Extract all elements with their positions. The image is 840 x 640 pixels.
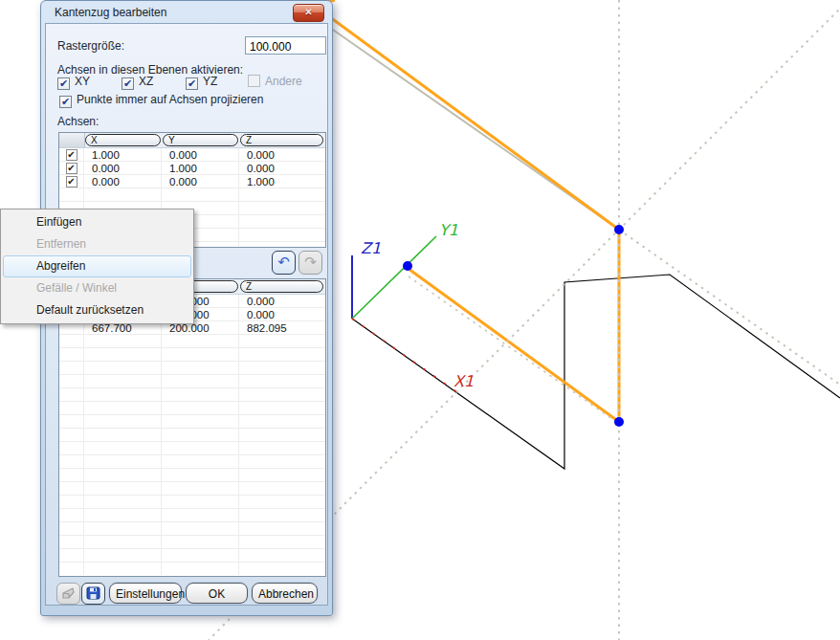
checkbox-xz-box[interactable]: ✔ — [122, 77, 134, 90]
checkbox-xz[interactable]: ✔XZ — [122, 75, 153, 90]
ok-button[interactable]: OK — [186, 583, 248, 604]
column-header-z[interactable]: Z — [240, 134, 323, 146]
checkbox-andere: Andere — [248, 75, 302, 88]
checkbox-project[interactable]: ✔Punkte immer auf Achsen projizieren — [59, 93, 263, 108]
column-header-z[interactable]: Z — [240, 280, 323, 293]
checkbox-andere-box — [248, 75, 260, 87]
abbrechen-button[interactable]: Abbrechen — [252, 583, 318, 604]
axes-table-header: X Y Z — [59, 133, 325, 148]
undo-button[interactable]: ↶ — [272, 251, 296, 275]
vertex-point-1[interactable] — [614, 225, 624, 234]
menu-item-default-zuruecksetzen[interactable]: Default zurücksetzen — [3, 299, 191, 321]
dialog-title: Kantenzug bearbeiten — [45, 1, 328, 24]
table-corner-cell — [59, 133, 85, 147]
menu-item-einfuegen[interactable]: Einfügen — [3, 211, 191, 233]
menu-item-gefaelle-winkel: Gefälle / Winkel — [3, 277, 191, 299]
column-header-x[interactable]: X — [85, 134, 161, 146]
vertex-point-2[interactable] — [614, 417, 624, 427]
pick-tool-button — [56, 583, 80, 605]
highlighted-edge-3[interactable] — [409, 269, 619, 422]
raster-input[interactable] — [245, 36, 326, 55]
column-header-y[interactable]: Y — [163, 134, 238, 146]
table-row[interactable]: ✔ 1.000 0.000 0.000 — [59, 148, 325, 162]
achsen-label: Achsen: — [57, 115, 99, 128]
guide-x-direction — [619, 230, 840, 385]
raster-label: Rastergröße: — [57, 39, 124, 53]
model-edge-polyline[interactable] — [352, 275, 840, 469]
z-axis-label: Z1 — [361, 239, 381, 257]
checkbox-project-box[interactable]: ✔ — [59, 96, 72, 108]
menu-item-entfernen: Entfernen — [3, 233, 191, 255]
close-icon[interactable]: ✕ — [293, 4, 324, 22]
vertex-point-3[interactable] — [403, 261, 412, 271]
row-checkbox[interactable]: ✔ — [66, 176, 77, 188]
dialog-titlebar[interactable]: Kantenzug bearbeiten ✕ — [45, 1, 328, 23]
menu-item-abgreifen[interactable]: Abgreifen — [3, 255, 191, 277]
highlighted-edge-1[interactable] — [330, 17, 619, 230]
context-menu: Einfügen Entfernen Abgreifen Gefälle / W… — [0, 209, 194, 324]
y-axis-label: Y1 — [439, 221, 458, 239]
checkbox-xy-box[interactable]: ✔ — [57, 77, 70, 90]
save-button[interactable] — [81, 583, 105, 605]
table-row[interactable]: ✔ 0.000 0.000 1.000 — [59, 175, 325, 188]
row-checkbox[interactable]: ✔ — [66, 149, 77, 161]
pick-tool-icon — [61, 586, 76, 600]
save-icon — [86, 586, 100, 600]
row-checkbox[interactable]: ✔ — [66, 163, 77, 174]
checkbox-xy[interactable]: ✔XY — [57, 75, 90, 90]
guide-under-edge-3 — [409, 276, 619, 424]
checkbox-yz-box[interactable]: ✔ — [186, 77, 198, 90]
table-row[interactable]: ✔ 0.000 1.000 0.000 — [59, 162, 325, 175]
einstellungen-button[interactable]: Einstellungen — [109, 583, 182, 604]
table-empty-rows — [59, 335, 325, 575]
checkbox-yz[interactable]: ✔YZ — [186, 75, 217, 90]
x-axis-label: X1 — [453, 372, 474, 390]
redo-button: ↷ — [298, 251, 322, 275]
